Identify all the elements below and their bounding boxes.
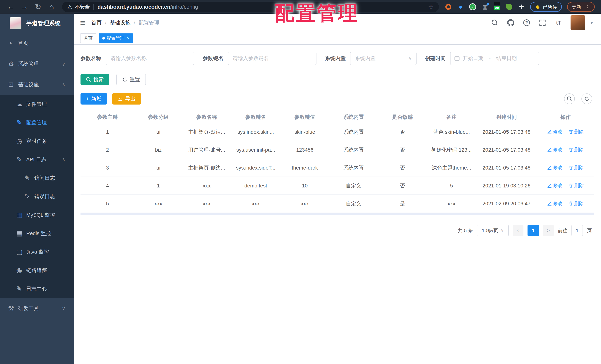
tab-home[interactable]: 首页 <box>80 33 96 43</box>
edit-link[interactable]: 修改 <box>547 129 562 135</box>
home-icon[interactable]: ⌂ <box>46 2 58 11</box>
collapse-menu-icon[interactable]: ≡ <box>74 18 91 28</box>
sidebar-item-mysql-monitor[interactable]: ▦ MySQL 监控 <box>0 206 74 224</box>
goto-page-input[interactable] <box>571 225 583 236</box>
breadcrumb-infra[interactable]: 基础设施 <box>110 19 130 26</box>
reset-button[interactable]: 重置 <box>116 74 146 85</box>
col-sensitive: 是否敏感 <box>378 111 427 123</box>
back-icon[interactable]: ← <box>5 2 17 11</box>
extension-pin-icon[interactable]: ● <box>457 3 464 10</box>
table-scrollbar-track[interactable] <box>80 212 594 215</box>
edit-link[interactable]: 修改 <box>547 164 562 171</box>
edit-icon <box>547 201 552 206</box>
sidebar-item-java-monitor[interactable]: ▢ Java 监控 <box>0 243 74 261</box>
sidebar-item-dev-tools[interactable]: ⚒ 研发工具 ∨ <box>0 298 74 319</box>
prev-page-button[interactable]: < <box>513 225 523 236</box>
edit-icon <box>547 165 552 170</box>
table-row: 4 1 xxx demo.test 10 自定义 否 5 2021-01-19 … <box>80 177 594 195</box>
sidebar-item-infra[interactable]: ⊡ 基础设施 ∧ <box>0 74 74 95</box>
trash-icon <box>569 183 573 188</box>
extension-grid-icon[interactable]: ▦ <box>481 3 488 10</box>
url-host: dashboard.yudao.iocoder.cn <box>98 4 170 10</box>
gear-icon: ⚙ <box>8 60 18 68</box>
avatar[interactable] <box>571 15 585 30</box>
update-button[interactable]: 更新 ⋮ <box>567 2 595 12</box>
bookmark-star-icon[interactable]: ☆ <box>428 3 434 10</box>
sidebar-item-tracing[interactable]: ◉ 链路追踪 <box>0 261 74 280</box>
refresh-table-button[interactable] <box>581 93 592 104</box>
edit-link[interactable]: 修改 <box>547 182 562 189</box>
github-icon[interactable] <box>507 19 514 26</box>
add-button[interactable]: + 新增 <box>80 93 107 104</box>
paused-badge[interactable]: ☻ 已暂停 <box>530 2 562 12</box>
sidebar-item-redis-monitor[interactable]: ▤ Redis 监控 <box>0 224 74 243</box>
goto-label: 前往 <box>558 227 567 234</box>
sidebar-item-system[interactable]: ⚙ 系统管理 ∨ <box>0 54 74 74</box>
date-range-picker[interactable]: 开始日期 - 结束日期 <box>450 52 539 65</box>
delete-link[interactable]: 删除 <box>569 182 584 189</box>
chevron-down-icon: ∨ <box>501 228 504 233</box>
builtin-select[interactable]: 系统内置 ∨ <box>350 52 417 65</box>
current-page-button[interactable]: 1 <box>528 225 539 236</box>
browser-chrome: ← → ↻ ⌂ ⚠ 不安全 dashboard.yudao.iocoder.cn… <box>0 0 601 14</box>
date-end-placeholder[interactable]: 结束日期 <box>496 55 517 62</box>
logo-row: 芋道管理系统 <box>0 14 74 33</box>
logo-image <box>10 17 21 29</box>
config-table: 参数主键 参数分组 参数名称 参数键名 参数键值 系统内置 是否敏感 备注 创建… <box>80 111 594 212</box>
delete-link[interactable]: 删除 <box>569 146 584 153</box>
menu-dots-icon[interactable]: ⋮ <box>585 4 590 10</box>
chevron-down-icon: ∨ <box>62 61 65 67</box>
delete-link[interactable]: 删除 <box>569 200 584 207</box>
page-unit-label: 页 <box>587 227 592 234</box>
date-start-placeholder[interactable]: 开始日期 <box>463 55 483 62</box>
param-name-input[interactable] <box>106 52 194 65</box>
font-size-icon[interactable]: tT <box>555 19 562 26</box>
param-key-input[interactable] <box>228 52 316 65</box>
sidebar-item-scheduled-tasks[interactable]: ◷ 定时任务 <box>0 132 74 150</box>
forward-icon[interactable]: → <box>19 2 30 11</box>
param-key-label: 参数键名 <box>203 55 223 62</box>
help-icon[interactable]: ? <box>523 19 530 26</box>
timer-icon: ◷ <box>16 137 26 145</box>
search-button[interactable]: 搜索 <box>80 74 109 85</box>
extension-cn-icon[interactable]: cn <box>493 3 501 10</box>
warning-icon: ⚠ <box>67 4 72 10</box>
close-icon[interactable]: × <box>127 36 130 41</box>
sidebar-item-error-log[interactable]: ✎ 错误日志 <box>0 187 74 206</box>
sidebar-item-file-manage[interactable]: ☁ 文件管理 <box>0 95 74 113</box>
toggle-search-button[interactable] <box>564 93 575 104</box>
sidebar-item-access-log[interactable]: ✎ 访问日志 <box>0 169 74 187</box>
edit-link[interactable]: 修改 <box>547 146 562 153</box>
extensions-puzzle-icon[interactable]: ✚ <box>518 3 525 10</box>
extension-check-icon[interactable]: ✓ <box>469 3 476 10</box>
total-count: 共 5 条 <box>458 227 473 234</box>
col-param-key: 参数键名 <box>231 111 280 123</box>
toolbox-icon: ⚒ <box>8 304 18 312</box>
extension-ring-icon[interactable] <box>445 3 452 10</box>
edit-icon <box>547 130 552 134</box>
page-size-select[interactable]: 10条/页 ∨ <box>477 225 509 236</box>
avatar-caret-icon[interactable]: ▾ <box>591 20 593 26</box>
sidebar-item-api-log[interactable]: ✎ API 日志 ∧ <box>0 150 74 169</box>
export-button[interactable]: 导出 <box>112 93 141 104</box>
create-time-label: 创建时间 <box>425 55 446 62</box>
chevron-up-icon: ∧ <box>62 157 65 162</box>
fullscreen-icon[interactable] <box>539 19 546 26</box>
builtin-label: 系统内置 <box>325 55 346 62</box>
col-param-name: 参数名称 <box>182 111 231 123</box>
tab-config-manage[interactable]: 配置管理 × <box>99 33 133 43</box>
chevron-up-icon: ∧ <box>62 82 65 88</box>
sidebar-item-log-center[interactable]: ✎ 日志中心 <box>0 280 74 298</box>
next-page-button[interactable]: > <box>543 225 554 236</box>
sidebar-item-home[interactable]: ◔ 首页 <box>0 33 74 54</box>
delete-link[interactable]: 删除 <box>569 129 584 135</box>
col-param-id: 参数主键 <box>80 111 134 123</box>
edit-link[interactable]: 修改 <box>547 200 562 207</box>
search-icon[interactable] <box>491 19 499 26</box>
sidebar-item-config-manage[interactable]: ✎ 配置管理 <box>0 113 74 132</box>
breadcrumb-home[interactable]: 首页 <box>91 19 102 26</box>
address-bar[interactable]: ⚠ 不安全 dashboard.yudao.iocoder.cn /infra/… <box>62 2 439 12</box>
extension-monkey-icon[interactable] <box>506 3 513 10</box>
delete-link[interactable]: 删除 <box>569 164 584 171</box>
reload-icon[interactable]: ↻ <box>32 2 44 11</box>
